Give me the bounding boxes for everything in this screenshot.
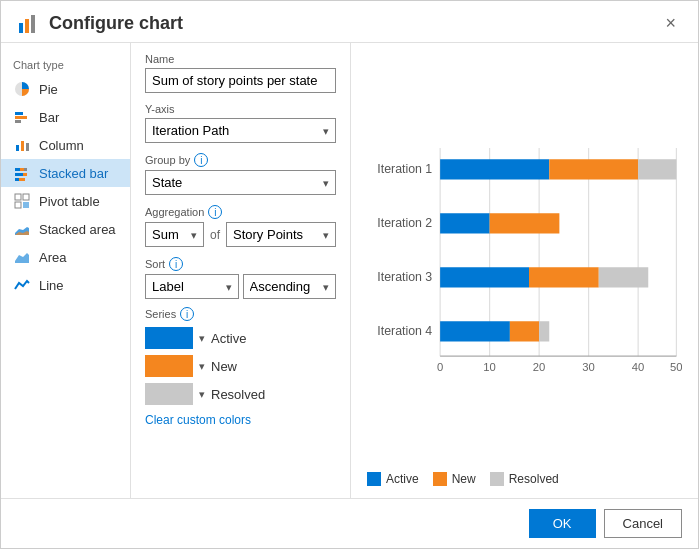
chart-svg: Iteration 1 Iteration 2 Iteration 3 Iter… [367, 55, 682, 466]
svg-rect-0 [19, 23, 23, 33]
groupby-info-icon[interactable]: i [194, 153, 208, 167]
sort-by-wrap: Label [145, 274, 239, 299]
aggregation-info-icon[interactable]: i [208, 205, 222, 219]
chart-type-sidebar: Chart type Pie [1, 43, 131, 498]
bar-iter3-new [529, 267, 599, 287]
series-chevron-active[interactable]: ▾ [199, 332, 205, 345]
sort-dir-select[interactable]: Ascending [243, 274, 337, 299]
yaxis-select-wrap: Iteration Path [145, 118, 336, 143]
bar-iter2-active [440, 213, 490, 233]
series-name-resolved: Resolved [211, 387, 265, 402]
svg-rect-14 [23, 173, 27, 176]
sidebar-item-column-label: Column [39, 138, 84, 153]
series-info-icon[interactable]: i [180, 307, 194, 321]
agg-field-select[interactable]: Story Points [226, 222, 336, 247]
legend-box-new [433, 472, 447, 486]
svg-rect-1 [25, 19, 29, 33]
series-name-active: Active [211, 331, 246, 346]
aggregation-row: Sum of Story Points [145, 222, 336, 247]
svg-rect-4 [15, 112, 23, 115]
legend-item-active: Active [367, 472, 419, 486]
series-chevron-new[interactable]: ▾ [199, 360, 205, 373]
svg-rect-16 [19, 178, 25, 181]
bar-iter4-new [510, 321, 539, 341]
sort-label: Sort [145, 258, 165, 270]
sidebar-item-pivot-label: Pivot table [39, 194, 100, 209]
yaxis-label: Y-axis [145, 103, 336, 115]
dialog-body: Chart type Pie [1, 43, 698, 498]
iter4-label: Iteration 4 [377, 324, 432, 338]
iter2-label: Iteration 2 [377, 216, 432, 230]
legend-label-resolved: Resolved [509, 472, 559, 486]
chart-panel: Iteration 1 Iteration 2 Iteration 3 Iter… [351, 43, 698, 498]
close-button[interactable]: × [659, 11, 682, 36]
bar-iter3-resolved [599, 267, 649, 287]
sidebar-item-line[interactable]: Line [1, 271, 130, 299]
sidebar-item-area[interactable]: Area [1, 243, 130, 271]
ok-button[interactable]: OK [529, 509, 596, 538]
series-item-resolved: ▾ Resolved [145, 383, 336, 405]
sidebar-item-stacked-area[interactable]: Stacked area [1, 215, 130, 243]
series-chevron-resolved[interactable]: ▾ [199, 388, 205, 401]
column-icon [13, 136, 31, 154]
svg-rect-6 [15, 120, 21, 123]
series-item-active: ▾ Active [145, 327, 336, 349]
iter3-label: Iteration 3 [377, 270, 432, 284]
iter1-label: Iteration 1 [377, 162, 432, 176]
yaxis-select[interactable]: Iteration Path [145, 118, 336, 143]
dialog-title-bar: Configure chart × [1, 1, 698, 43]
series-name-new: New [211, 359, 237, 374]
series-color-active[interactable] [145, 327, 193, 349]
bar-iter1-resolved [638, 159, 676, 179]
sidebar-item-bar-label: Bar [39, 110, 59, 125]
agg-field-wrap: Story Points [226, 222, 336, 247]
svg-rect-12 [24, 168, 27, 171]
legend-item-resolved: Resolved [490, 472, 559, 486]
svg-rect-15 [15, 178, 19, 181]
chart-area: Iteration 1 Iteration 2 Iteration 3 Iter… [367, 55, 682, 466]
groupby-select-wrap: State [145, 170, 336, 195]
sidebar-item-bar[interactable]: Bar [1, 103, 130, 131]
sidebar-item-stacked-area-label: Stacked area [39, 222, 116, 237]
x-tick-40: 40 [632, 361, 645, 373]
agg-of-text: of [208, 228, 222, 242]
bar-iter3-active [440, 267, 529, 287]
chart-legend: Active New Resolved [367, 472, 682, 486]
sidebar-item-column[interactable]: Column [1, 131, 130, 159]
agg-func-select[interactable]: Sum [145, 222, 204, 247]
sidebar-item-area-label: Area [39, 250, 66, 265]
sidebar-item-pie[interactable]: Pie [1, 75, 130, 103]
svg-rect-2 [31, 15, 35, 33]
svg-rect-19 [15, 202, 21, 208]
bar-iter2-new [490, 213, 560, 233]
sidebar-item-pie-label: Pie [39, 82, 58, 97]
series-color-resolved[interactable] [145, 383, 193, 405]
agg-func-wrap: Sum [145, 222, 204, 247]
sort-info-icon[interactable]: i [169, 257, 183, 271]
bar-iter1-active [440, 159, 549, 179]
series-color-new[interactable] [145, 355, 193, 377]
sidebar-item-stacked-bar[interactable]: Stacked bar [1, 159, 130, 187]
svg-rect-5 [15, 116, 27, 119]
sidebar-item-line-label: Line [39, 278, 64, 293]
x-tick-0: 0 [437, 361, 443, 373]
dialog-title-text: Configure chart [49, 13, 183, 34]
sort-by-select[interactable]: Label [145, 274, 239, 299]
aggregation-label: Aggregation [145, 206, 204, 218]
sort-dir-wrap: Ascending [243, 274, 337, 299]
name-input[interactable] [145, 68, 336, 93]
x-tick-20: 20 [533, 361, 546, 373]
configure-chart-dialog: Configure chart × Chart type Pie [0, 0, 699, 549]
svg-rect-8 [21, 141, 24, 151]
groupby-select[interactable]: State [145, 170, 336, 195]
cancel-button[interactable]: Cancel [604, 509, 682, 538]
pivot-icon [13, 192, 31, 210]
x-tick-10: 10 [483, 361, 496, 373]
chart-header-icon [17, 13, 39, 35]
sidebar-item-pivot-table[interactable]: Pivot table [1, 187, 130, 215]
svg-rect-9 [26, 143, 29, 151]
svg-rect-10 [15, 168, 20, 171]
sidebar-item-stacked-bar-label: Stacked bar [39, 166, 108, 181]
clear-colors-link[interactable]: Clear custom colors [145, 413, 336, 427]
area-icon [13, 248, 31, 266]
